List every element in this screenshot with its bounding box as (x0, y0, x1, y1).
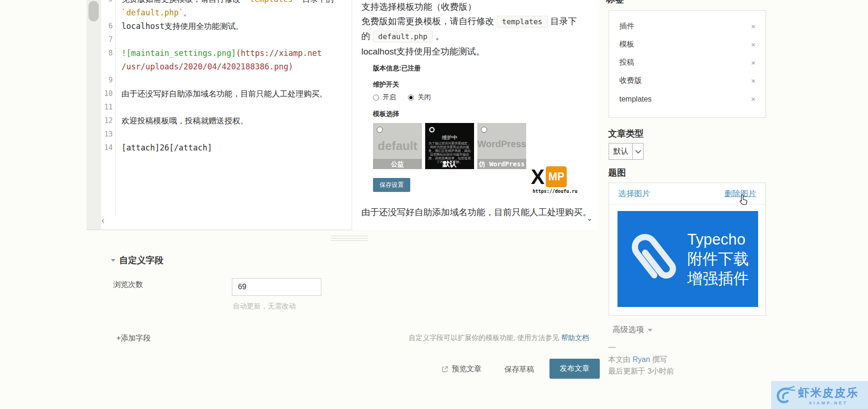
remove-tag-icon[interactable]: × (751, 95, 755, 103)
field-value-input[interactable] (232, 278, 321, 296)
post-type-value: 默认 (609, 143, 632, 159)
add-field-button[interactable]: +添加字段 (116, 334, 150, 343)
scrollbar-thumb[interactable] (88, 1, 99, 21)
preview-text: 目录下 (550, 16, 577, 26)
code-line[interactable]: 由于还没写好自助添加域名功能，目前只能人工处理购买。 (115, 87, 327, 101)
editor-row: 11 (101, 101, 351, 114)
radio-off-label: 关闭 (418, 93, 431, 102)
preview-text: 。 (435, 31, 444, 41)
xmp-url: https://doufu.ru (531, 189, 577, 194)
advanced-options-toggle[interactable]: 高级选项 (612, 324, 652, 335)
line-number: 6 (101, 20, 115, 33)
code-line[interactable] (115, 33, 122, 47)
scroll-down-arrow-icon[interactable]: ⌄ (586, 213, 593, 223)
inline-code: default.php (373, 31, 433, 42)
paperclip-icon (610, 214, 697, 304)
mouse-cursor-icon (738, 194, 748, 206)
radio-on-icon (408, 95, 414, 101)
xmp-watermark: X MP https://doufu.ru (531, 166, 577, 194)
line-number: 14 (101, 141, 115, 155)
tag-row: 投稿× (609, 54, 766, 72)
template-thumbnail: 维护中为了能让您访问更快更稳定，同时为您提供更高品质的服务，我们正在维护系统，因… (425, 123, 474, 169)
publish-article-button[interactable]: 发布文章 (549, 359, 600, 379)
watermark-subtext: XIAMP.NET (798, 401, 859, 405)
editor-row: 12欢迎投稿模板哦，投稿就赠送授权。 (101, 114, 351, 128)
line-number: 13 (101, 128, 115, 141)
help-text: 自定义字段可以扩展你的模板功能, 使用方法参见 (408, 334, 561, 341)
thumbnail-radio-icon (481, 127, 487, 133)
last-updated-text: 最后更新于 3小时前 (608, 367, 674, 376)
remove-tag-icon[interactable]: × (751, 22, 755, 30)
code-segment: 免费版如需更换模板，请自行修改 (122, 0, 245, 4)
code-segment: /usr/uploads/2020/04/4202188386.png) (122, 62, 293, 71)
code-segment: localhost支持使用全功能测试。 (122, 21, 244, 31)
select-arrow[interactable] (632, 143, 643, 159)
line-number: 11 (101, 101, 115, 114)
remove-tag-icon[interactable]: × (751, 41, 755, 48)
inline-code: templates (497, 16, 548, 27)
author-link[interactable]: Ryan (632, 355, 650, 363)
external-link-icon (441, 366, 448, 373)
markdown-preview-pane: 支持选择模板功能（收费版） 免费版如需更换模板，请自行修改templates目录… (352, 0, 597, 230)
scroll-left-arrow-icon[interactable]: ‹ (102, 215, 104, 225)
remove-tag-icon[interactable]: × (751, 59, 755, 67)
resize-drag-handle[interactable] (331, 236, 368, 243)
version-info-label: 版本信息:已注册 (373, 64, 569, 73)
xmp-x: X (531, 167, 544, 187)
featured-image-panel: 选择图片 删除图片 Typecho 附件下载 增强插件 (609, 183, 766, 316)
thumbnail-label: 公益 (373, 159, 422, 169)
tag-row: 插件× (609, 17, 766, 35)
tag-row: 收费版× (609, 72, 766, 90)
thumbnail-label: 默认 (425, 159, 474, 169)
preview-article-button[interactable]: 预览文章 (441, 364, 481, 374)
code-line[interactable] (115, 101, 122, 114)
template-thumbnail: default公益 (373, 123, 422, 169)
tag-label: 插件 (619, 21, 634, 31)
editor-vertical-scrollbar[interactable] (87, 0, 101, 230)
custom-fields-section-header[interactable]: 自定义字段 (111, 254, 163, 266)
tag-label: 收费版 (619, 76, 642, 86)
code-segment: ![maintain_settings.png] (122, 48, 236, 58)
editor-rows: 5免费版如需更换模板，请自行修改 `templates` 目录下的`defaul… (101, 0, 351, 155)
tag-label: 模板 (619, 40, 634, 49)
code-line[interactable] (115, 74, 122, 87)
code-line[interactable]: `default.php`。 (115, 6, 191, 20)
editor-row: 7 (101, 33, 351, 47)
code-line[interactable]: /usr/uploads/2020/04/4202188386.png) (115, 60, 293, 74)
code-line[interactable]: ![maintain_settings.png](https://xiamp.n… (115, 47, 322, 60)
maintain-radio-group: 开启 关闭 (373, 93, 569, 102)
line-number (101, 60, 115, 74)
preview-article-label: 预览文章 (452, 364, 481, 374)
remove-tag-icon[interactable]: × (751, 77, 755, 85)
save-draft-button[interactable]: 保存草稿 (504, 365, 534, 375)
preview-paragraph: 的default.php。 (361, 30, 444, 42)
watermark-text: 虾米皮皮乐 (798, 385, 859, 400)
preview-paragraph: 支持选择模板功能（收费版） (361, 1, 476, 13)
code-line[interactable] (115, 128, 122, 141)
code-segment: 目录下的 (298, 0, 334, 4)
code-line[interactable]: 免费版如需更换模板，请自行修改 `templates` 目录下的 (115, 0, 334, 6)
site-watermark: 虾米皮皮乐 XIAMP.NET (771, 381, 868, 409)
featured-image-preview: Typecho 附件下载 增强插件 (617, 211, 758, 307)
code-line[interactable]: 欢迎投稿模板哦，投稿就赠送授权。 (115, 114, 248, 128)
preview-paragraph: 免费版如需更换模板，请自行修改templates目录下 (361, 15, 577, 27)
image-text-line: 附件下载 (687, 249, 749, 269)
editor-preview-panel: 5免费版如需更换模板，请自行修改 `templates` 目录下的`defaul… (87, 0, 597, 230)
editor-row: `default.php`。 (101, 6, 351, 20)
code-segment: [attach]26[/attach] (122, 143, 212, 152)
help-doc-link[interactable]: 帮助文档 (561, 334, 589, 341)
author-pre: 本文由 (608, 355, 632, 363)
editor-row: 14[attach]26[/attach] (101, 141, 351, 155)
code-line[interactable]: [attach]26[/attach] (115, 141, 212, 155)
code-line[interactable]: localhost支持使用全功能测试。 (115, 20, 244, 33)
preview-paragraph: 由于还没写好自助添加域名功能，目前只能人工处理购买。 (361, 206, 591, 218)
tag-row: 模板× (609, 35, 766, 54)
preview-text: 免费版如需更换模板，请自行修改 (361, 16, 494, 26)
line-number: 12 (101, 114, 115, 128)
line-number (101, 6, 115, 20)
choose-image-link[interactable]: 选择图片 (618, 188, 650, 199)
thumbnail-title: WordPress (477, 139, 526, 150)
code-segment: (https://xiamp.net (236, 48, 322, 58)
post-type-select[interactable]: 默认 (609, 143, 644, 160)
shrimp-logo-icon (775, 386, 795, 404)
